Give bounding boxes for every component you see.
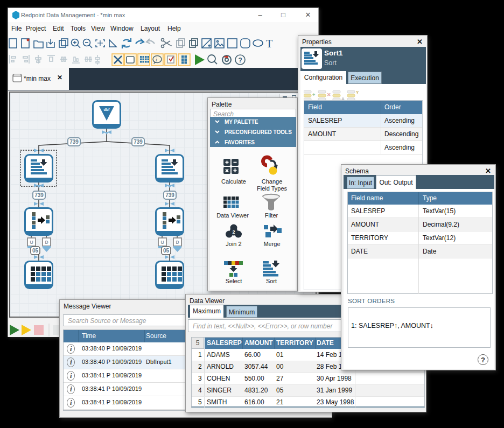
svg-text:Merge: Merge xyxy=(263,241,280,247)
svg-text:D: D xyxy=(45,240,48,245)
svg-text:Calculate: Calculate xyxy=(221,178,246,185)
svg-text:?: ? xyxy=(239,57,242,64)
svg-text:739: 739 xyxy=(69,139,79,145)
svg-text:U: U xyxy=(30,240,33,245)
svg-text:Data Viewer: Data Viewer xyxy=(216,212,249,219)
svg-text:2: 2 xyxy=(232,229,235,235)
svg-text:05: 05 xyxy=(32,248,39,254)
svg-text:Change: Change xyxy=(262,178,283,185)
svg-text:i: i xyxy=(156,57,157,62)
svg-text:Y: Y xyxy=(356,90,359,95)
svg-text:+: + xyxy=(312,92,315,97)
svg-text:Sort: Sort xyxy=(266,278,277,284)
svg-text:Field Types: Field Types xyxy=(257,185,288,192)
svg-text:Select: Select xyxy=(226,278,242,284)
svg-text:Filter: Filter xyxy=(265,212,278,219)
svg-text:✕: ✕ xyxy=(327,92,331,97)
svg-text:T: T xyxy=(266,38,272,50)
svg-text:Join 2: Join 2 xyxy=(226,241,241,247)
svg-text:dbf: dbf xyxy=(104,108,110,111)
